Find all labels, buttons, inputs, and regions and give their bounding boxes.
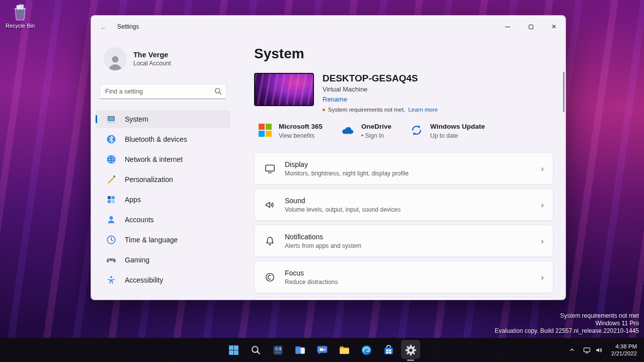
quickcard-windows-update[interactable]: Windows Update Up to date (410, 123, 485, 139)
row-text: Sound Volume levels, output, input, soun… (285, 197, 400, 213)
window-controls: ✕ (496, 16, 566, 38)
sidebar-item-network-internet[interactable]: Network & internet (96, 150, 230, 168)
learn-more-link[interactable]: Learn more (408, 107, 438, 113)
user-text: The Verge Local Account (133, 51, 171, 67)
sidebar-item-personalization[interactable]: Personalization (96, 170, 230, 189)
windows-update-icon (410, 123, 423, 137)
quickcard-subtitle: • Sign In (361, 132, 391, 139)
display-icon (255, 163, 285, 174)
recycle-bin-label: Recycle Bin (6, 23, 35, 29)
row-subtitle: Monitors, brightness, night light, displ… (285, 170, 409, 177)
search-icon (250, 344, 262, 356)
widgets-icon (272, 344, 284, 356)
row-text: Notifications Alerts from apps and syste… (285, 233, 361, 249)
search-button[interactable] (245, 338, 267, 362)
device-name: DESKTOP-GESAQ4S (323, 73, 438, 84)
sidebar-item-system[interactable]: System (96, 110, 230, 128)
chat-bubble-icon (316, 344, 329, 356)
sidebar-item-label: Apps (125, 196, 141, 204)
watermark-line-3: Evaluation copy. Build 22557.ni_release.… (495, 327, 639, 335)
taskbar-tray: 4:38 PM 2/21/2022 (566, 338, 643, 362)
quickcard-title: Microsoft 365 (279, 123, 323, 130)
row-subtitle: Reduce distractions (285, 279, 338, 286)
settings-row-focus[interactable]: Focus Reduce distractions › (254, 261, 553, 293)
settings-row-sound[interactable]: Sound Volume levels, output, input, soun… (254, 189, 553, 221)
minimize-button[interactable] (496, 16, 519, 38)
volume-icon (595, 346, 603, 354)
store-button[interactable] (377, 338, 399, 362)
sidebar-item-accessibility[interactable]: Accessibility (96, 271, 230, 289)
user-name: The Verge (133, 51, 171, 59)
sidebar-item-time-language[interactable]: Time & language (96, 231, 230, 249)
bell-icon (255, 235, 285, 247)
maximize-button[interactable] (519, 16, 542, 38)
sidebar-item-gaming[interactable]: Gaming (96, 251, 230, 269)
row-title: Display (285, 160, 409, 168)
focus-icon (255, 272, 285, 283)
quickcard-subtitle: View benefits (279, 132, 323, 139)
gear-icon (405, 344, 417, 356)
row-text: Display Monitors, brightness, night ligh… (285, 160, 409, 177)
main-content: System DESKTOP-GESAQ4S Virtual Machine R… (235, 38, 566, 300)
chevron-right-icon: › (541, 273, 544, 282)
system-watermark: System requirements not met Windows 11 P… (495, 312, 639, 335)
recycle-bin-glyph (11, 3, 29, 21)
sidebar-item-label: Bluetooth & devices (125, 135, 187, 143)
search-input[interactable] (100, 84, 226, 99)
sidebar-item-label: Personalization (125, 175, 173, 184)
quickcard-microsoft-365[interactable]: Microsoft 365 View benefits (258, 123, 323, 139)
sidebar-item-label: Gaming (125, 256, 149, 264)
quick-cards: Microsoft 365 View benefits OneDrive • S… (258, 123, 553, 139)
sidebar-item-bluetooth-devices[interactable]: Bluetooth & devices (96, 130, 230, 148)
quickcard-text: Microsoft 365 View benefits (279, 123, 323, 139)
back-button[interactable]: ← (95, 19, 112, 34)
window-body: The Verge Local Account Syste (91, 38, 566, 300)
taskbar-clock[interactable]: 4:38 PM 2/21/2022 (607, 340, 643, 360)
device-section: DESKTOP-GESAQ4S Virtual Machine Rename S… (254, 73, 553, 113)
settings-row-notifications[interactable]: Notifications Alerts from apps and syste… (254, 225, 553, 257)
minimize-icon (505, 27, 510, 27)
task-view-button[interactable] (289, 338, 311, 362)
warning-dot-icon (323, 109, 325, 111)
chat-button[interactable] (311, 338, 333, 362)
network-volume-tray[interactable] (579, 340, 607, 360)
settings-row-display[interactable]: Display Monitors, brightness, night ligh… (254, 152, 553, 185)
microsoft-365-icon (258, 123, 272, 137)
quickcard-onedrive[interactable]: OneDrive • Sign In (341, 123, 391, 139)
clock-time: 4:38 PM (611, 343, 637, 350)
rename-link[interactable]: Rename (323, 96, 347, 103)
windows-logo-icon (227, 344, 240, 356)
quickcard-subtitle: Up to date (430, 132, 485, 139)
window-title: Settings (117, 23, 139, 30)
edge-button[interactable] (355, 338, 377, 362)
chevron-right-icon: › (541, 201, 544, 209)
row-subtitle: Volume levels, output, input, sound devi… (285, 206, 400, 213)
close-button[interactable]: ✕ (542, 16, 566, 38)
titlebar: ← Settings ✕ (91, 16, 566, 38)
row-title: Notifications (285, 233, 361, 241)
user-account[interactable]: The Verge Local Account (104, 47, 230, 71)
taskbar: 4:38 PM 2/21/2022 (0, 338, 644, 362)
bluetooth-icon (106, 134, 116, 144)
device-thumbnail (254, 73, 314, 106)
task-view-icon (294, 344, 306, 356)
settings-button[interactable] (399, 338, 422, 362)
device-subtitle: Virtual Machine (323, 85, 438, 93)
scrollbar[interactable] (563, 72, 565, 112)
search-icon (214, 87, 222, 97)
sidebar-item-label: Accessibility (125, 276, 163, 284)
device-warning: System requirements not met. Learn more (323, 107, 438, 113)
widgets-button[interactable] (267, 338, 289, 362)
apps-grid-icon (106, 195, 116, 205)
sidebar-item-label: System (125, 115, 148, 123)
hidden-icons-chevron[interactable] (566, 340, 579, 360)
sidebar-item-accounts[interactable]: Accounts (96, 211, 230, 229)
settings-rows: Display Monitors, brightness, night ligh… (254, 152, 553, 300)
recycle-bin-icon[interactable]: Recycle Bin (4, 3, 36, 29)
network-icon (583, 346, 591, 354)
sidebar-item-apps[interactable]: Apps (96, 191, 230, 209)
file-explorer-button[interactable] (333, 338, 355, 362)
clock-date: 2/21/2022 (611, 350, 637, 357)
page-title: System (254, 46, 553, 62)
start-button[interactable] (222, 338, 245, 362)
